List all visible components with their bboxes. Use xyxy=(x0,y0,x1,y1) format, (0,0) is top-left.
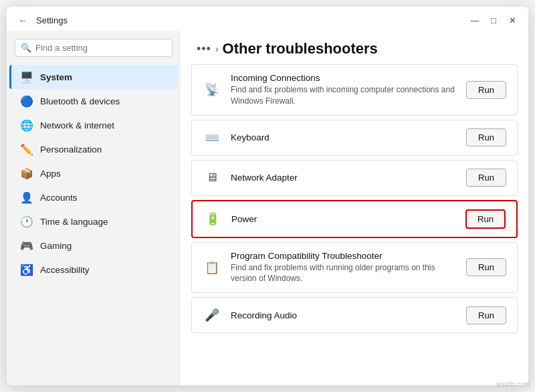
ts-text-power: Power xyxy=(231,214,456,224)
troubleshooter-list: 📡 Incoming Connections Find and fix prob… xyxy=(181,64,528,333)
sidebar-label-accounts: Accounts xyxy=(40,193,78,203)
ts-icon-keyboard: ⌨️ xyxy=(203,128,221,147)
sidebar: 🔍 🖥️ System 🔵 Bluetooth & devices 🌐 Netw… xyxy=(7,31,181,385)
sidebar-icon-system: 🖥️ xyxy=(20,70,33,84)
title-bar-controls: — □ ✕ xyxy=(467,12,520,28)
sidebar-label-personalization: Personalization xyxy=(40,144,102,155)
run-button-network-adapter[interactable]: Run xyxy=(466,169,506,187)
content-area: 🔍 🖥️ System 🔵 Bluetooth & devices 🌐 Netw… xyxy=(7,31,528,385)
sidebar-icon-apps: 📦 xyxy=(20,167,33,180)
troubleshooter-incoming-connections: 📡 Incoming Connections Find and fix prob… xyxy=(191,64,518,116)
minimize-button[interactable]: — xyxy=(467,12,483,28)
breadcrumb-chevron: › xyxy=(215,43,219,54)
sidebar-item-network[interactable]: 🌐 Network & internet xyxy=(9,113,178,137)
troubleshooter-recording-audio: 🎤 Recording Audio Run xyxy=(191,297,518,333)
page-title: Other troubleshooters xyxy=(223,40,378,58)
title-bar-left: ← Settings xyxy=(15,12,68,28)
ts-icon-power: 🔋 xyxy=(203,209,222,228)
search-icon: 🔍 xyxy=(21,43,31,53)
ts-icon-recording-audio: 🎤 xyxy=(203,306,221,324)
ts-icon-incoming-connections: 📡 xyxy=(203,80,221,99)
search-box[interactable]: 🔍 xyxy=(15,39,173,57)
ts-text-network-adapter: Network Adapter xyxy=(231,173,457,183)
ts-text-keyboard: Keyboard xyxy=(231,132,457,142)
troubleshooter-program-compatibility: 📋 Program Compatibility Troubleshooter F… xyxy=(191,242,518,294)
run-button-power[interactable]: Run xyxy=(465,209,506,229)
sidebar-items-container: 🖥️ System 🔵 Bluetooth & devices 🌐 Networ… xyxy=(7,65,181,282)
breadcrumb: ••• › Other troubleshooters xyxy=(181,31,528,64)
ts-text-program-compatibility: Program Compatibility Troubleshooter Fin… xyxy=(231,251,457,285)
sidebar-label-system: System xyxy=(40,72,72,82)
search-input[interactable] xyxy=(35,43,167,53)
sidebar-item-gaming[interactable]: 🎮 Gaming xyxy=(9,233,178,258)
ts-desc-incoming-connections: Find and fix problems with incoming comp… xyxy=(231,84,457,107)
main-content: ••• › Other troubleshooters 📡 Incoming C… xyxy=(181,31,528,385)
ts-name-incoming-connections: Incoming Connections xyxy=(231,73,457,83)
sidebar-icon-accounts: 👤 xyxy=(20,191,33,204)
back-button[interactable]: ← xyxy=(15,12,31,28)
ts-text-incoming-connections: Incoming Connections Find and fix proble… xyxy=(231,73,457,107)
sidebar-icon-time: 🕐 xyxy=(20,215,33,228)
maximize-button[interactable]: □ xyxy=(486,12,502,28)
run-button-program-compatibility[interactable]: Run xyxy=(466,258,506,276)
sidebar-item-personalization[interactable]: ✏️ Personalization xyxy=(9,137,178,161)
sidebar-label-network: Network & internet xyxy=(40,120,114,130)
sidebar-icon-bluetooth: 🔵 xyxy=(20,94,33,108)
sidebar-item-time[interactable]: 🕐 Time & language xyxy=(9,209,178,233)
run-button-incoming-connections[interactable]: Run xyxy=(466,81,506,99)
sidebar-icon-personalization: ✏️ xyxy=(20,142,33,156)
run-button-keyboard[interactable]: Run xyxy=(466,128,506,146)
ts-icon-network-adapter: 🖥 xyxy=(203,169,221,187)
troubleshooter-power: 🔋 Power Run xyxy=(191,200,518,238)
sidebar-label-apps: Apps xyxy=(40,169,61,179)
ts-text-recording-audio: Recording Audio xyxy=(231,310,457,320)
sidebar-label-accessibility: Accessibility xyxy=(40,265,90,275)
sidebar-item-apps[interactable]: 📦 Apps xyxy=(9,161,178,185)
troubleshooter-keyboard: ⌨️ Keyboard Run xyxy=(191,120,518,156)
sidebar-label-gaming: Gaming xyxy=(40,241,72,251)
sidebar-label-time: Time & language xyxy=(40,217,108,227)
sidebar-item-accounts[interactable]: 👤 Accounts xyxy=(9,185,178,209)
breadcrumb-dots: ••• xyxy=(197,42,211,56)
ts-name-keyboard: Keyboard xyxy=(231,132,457,142)
sidebar-item-bluetooth[interactable]: 🔵 Bluetooth & devices xyxy=(9,89,178,113)
ts-name-network-adapter: Network Adapter xyxy=(231,173,457,183)
close-button[interactable]: ✕ xyxy=(504,12,520,28)
window-title: Settings xyxy=(36,15,68,25)
sidebar-icon-network: 🌐 xyxy=(20,118,33,132)
ts-name-program-compatibility: Program Compatibility Troubleshooter xyxy=(231,251,457,261)
run-button-recording-audio[interactable]: Run xyxy=(466,306,506,324)
ts-name-power: Power xyxy=(231,214,456,224)
ts-name-recording-audio: Recording Audio xyxy=(231,310,457,320)
sidebar-icon-gaming: 🎮 xyxy=(20,239,33,252)
ts-icon-program-compatibility: 📋 xyxy=(203,258,221,277)
troubleshooter-network-adapter: 🖥 Network Adapter Run xyxy=(191,160,518,196)
sidebar-item-system[interactable]: 🖥️ System xyxy=(9,65,178,89)
ts-desc-program-compatibility: Find and fix problems with running older… xyxy=(231,262,457,285)
sidebar-label-bluetooth: Bluetooth & devices xyxy=(40,96,120,106)
sidebar-icon-accessibility: ♿ xyxy=(20,263,33,276)
title-bar: ← Settings — □ ✕ xyxy=(7,7,528,31)
settings-window: ← Settings — □ ✕ 🔍 🖥️ System 🔵 Bluetooth… xyxy=(7,7,528,385)
sidebar-item-accessibility[interactable]: ♿ Accessibility xyxy=(9,258,178,282)
